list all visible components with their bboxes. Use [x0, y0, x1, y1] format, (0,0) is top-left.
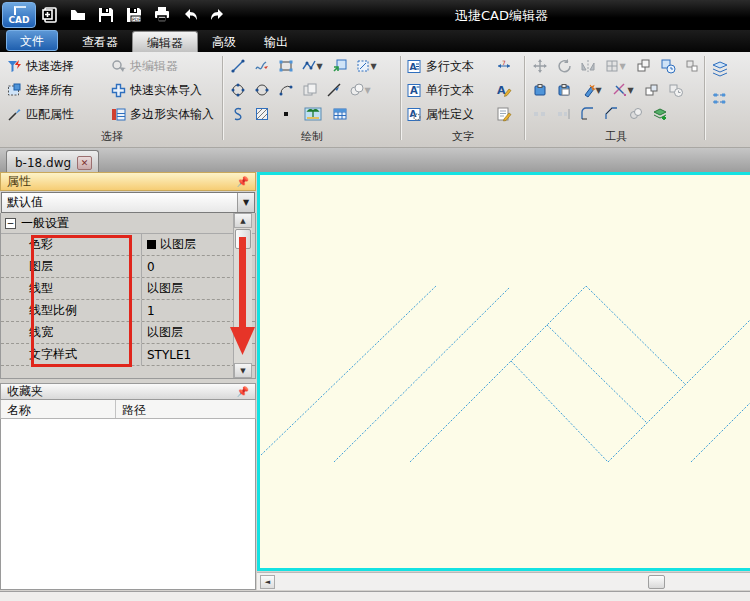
single-text-button[interactable]: A 单行文本 — [404, 81, 492, 100]
save-as-pdf-button[interactable]: PDF — [120, 2, 148, 28]
fillet-button[interactable] — [576, 103, 600, 125]
array-dropdown[interactable]: ▼ — [620, 62, 629, 71]
quick-entity-import-button[interactable]: 快速实体导入 — [108, 81, 205, 100]
erase-dropdown[interactable]: ▼ — [596, 86, 605, 95]
favorites-list[interactable] — [0, 419, 256, 590]
quick-entity-import-icon — [111, 83, 126, 98]
point-button[interactable] — [274, 103, 298, 125]
ribbon-group-select: 快速选择 块编辑器 选择所有 快速实体导入 — [4, 54, 220, 146]
copy-objects-button[interactable] — [632, 55, 656, 77]
paste-special-button[interactable] — [552, 79, 576, 101]
chevron-down-icon[interactable]: ▼ — [237, 193, 254, 212]
undo-button[interactable] — [176, 2, 204, 28]
drawing-viewport[interactable] — [257, 172, 750, 571]
rectangle-button[interactable] — [274, 55, 298, 77]
sketch-button[interactable] — [250, 55, 274, 77]
menu-advanced[interactable]: 高级 — [198, 31, 250, 52]
boundary-icon — [355, 58, 371, 74]
layers-button[interactable] — [708, 58, 732, 80]
save-button[interactable] — [92, 2, 120, 28]
spacing-h-button[interactable] — [528, 103, 552, 125]
dimension-text-button[interactable]: 7 — [492, 55, 516, 77]
arc-button[interactable] — [274, 79, 298, 101]
polygon-entity-input-button[interactable]: 多边形实体输入 — [108, 105, 217, 124]
print-button[interactable] — [148, 2, 176, 28]
move-button[interactable] — [528, 55, 552, 77]
annotation-red-arrow — [229, 237, 255, 357]
copy-with-base-button[interactable] — [656, 55, 680, 77]
hatch-button[interactable] — [250, 103, 274, 125]
menu-viewer[interactable]: 查看器 — [68, 31, 132, 52]
chamfer-button[interactable] — [600, 103, 624, 125]
column-header-path[interactable]: 路径 — [116, 400, 152, 418]
copy-disabled-button[interactable] — [298, 79, 322, 101]
redo-button[interactable] — [204, 2, 232, 28]
column-header-name[interactable]: 名称 — [1, 400, 116, 418]
object-properties-button[interactable] — [708, 88, 732, 110]
line-button[interactable] — [226, 55, 250, 77]
boundary-button[interactable]: ▼ — [352, 55, 382, 77]
table-icon — [332, 106, 348, 122]
erase-button[interactable]: ▼ — [576, 79, 608, 101]
menu-output[interactable]: 输出 — [250, 31, 302, 52]
tab-close-button[interactable]: ✕ — [77, 156, 92, 170]
quick-select-button[interactable]: 快速选择 — [4, 57, 108, 76]
edit-attribute-button[interactable] — [492, 103, 516, 125]
scroll-down-icon[interactable]: ▼ — [234, 363, 252, 378]
document-tab[interactable]: b-18.dwg ✕ — [6, 150, 99, 172]
match-properties-button[interactable]: 匹配属性 — [4, 105, 108, 124]
paste-button[interactable] — [528, 79, 552, 101]
block-editor-button[interactable]: 块编辑器 — [108, 57, 181, 76]
group-divider — [400, 56, 402, 140]
horizontal-scrollbar[interactable]: ◄ — [257, 572, 750, 590]
polyline-dropdown[interactable]: ▼ — [317, 62, 326, 71]
wipeout-button[interactable] — [624, 103, 648, 125]
scroll-left-icon[interactable]: ◄ — [260, 575, 275, 589]
ribbon-group-tools: ▼ ▼ ▼ 工具 — [528, 54, 704, 146]
pin-icon[interactable]: 📌 — [237, 176, 249, 187]
circle-2p-icon — [254, 82, 270, 98]
table-button[interactable] — [328, 103, 352, 125]
circle-2p-button[interactable] — [250, 79, 274, 101]
polyline-button[interactable]: ▼ — [298, 55, 328, 77]
polygon-entity-input-label: 多边形实体输入 — [130, 106, 214, 123]
rotate-button[interactable] — [552, 55, 576, 77]
menu-file[interactable]: 文件 — [6, 30, 58, 51]
attribute-define-button[interactable]: A 属性定义 — [404, 105, 492, 124]
mtext-button[interactable]: A 多行文本 — [404, 57, 492, 76]
menu-editor[interactable]: 编辑器 — [132, 31, 198, 52]
text-edit-button[interactable]: A — [492, 79, 516, 101]
collapse-icon[interactable]: − — [5, 218, 16, 229]
svg-text:PDF: PDF — [132, 17, 141, 22]
construction-line-button[interactable] — [322, 79, 346, 101]
copy-squares-button[interactable] — [640, 79, 664, 101]
restore-button[interactable] — [664, 79, 688, 101]
insert-block-button[interactable] — [328, 55, 352, 77]
mirror-button[interactable] — [576, 55, 600, 77]
hscrollbar-thumb[interactable] — [648, 575, 665, 589]
app-logo-button[interactable]: CAD — [2, 2, 36, 28]
polygon-entity-input-icon — [111, 107, 126, 122]
scroll-up-icon[interactable]: ▲ — [234, 213, 252, 228]
boundary-dropdown[interactable]: ▼ — [371, 62, 380, 71]
pin-icon[interactable]: 📌 — [237, 386, 249, 397]
circle-button[interactable] — [226, 79, 250, 101]
trim-dropdown[interactable]: ▼ — [628, 86, 637, 95]
property-group-row[interactable]: − 一般设置 — [1, 213, 255, 234]
region-disabled-button[interactable]: ▼ — [346, 79, 376, 101]
offset-button[interactable] — [680, 55, 704, 77]
property-grid: − 一般设置 色彩 以图层 图层 0 线型 以图层 线型比例 1 线宽 以图层 — [0, 213, 256, 379]
image-button[interactable] — [298, 103, 328, 125]
region-dropdown[interactable]: ▼ — [365, 86, 374, 95]
insert-block-icon — [332, 58, 348, 74]
properties-preset-select[interactable]: 默认值 ▼ — [1, 192, 255, 213]
spline-button[interactable] — [226, 103, 250, 125]
spacing-v-button[interactable] — [552, 103, 576, 125]
array-button[interactable]: ▼ — [600, 55, 632, 77]
select-all-button[interactable]: 选择所有 — [4, 81, 108, 100]
chamfer-icon — [604, 106, 620, 122]
layer-add-button[interactable] — [648, 103, 672, 125]
trim-button[interactable]: ▼ — [608, 79, 640, 101]
new-file-button[interactable] — [36, 2, 64, 28]
open-file-button[interactable] — [64, 2, 92, 28]
